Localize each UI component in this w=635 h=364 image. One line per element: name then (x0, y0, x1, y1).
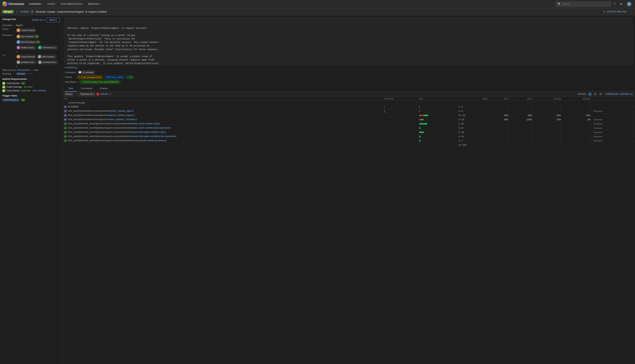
commit-message-row[interactable]: Commit message (63, 101, 635, 105)
expand-all-button[interactable]: EXPAND ALL (620, 93, 633, 96)
comments-cell (382, 126, 418, 130)
download-button[interactable]: DOWNLOAD (605, 93, 618, 96)
size-cell (418, 126, 456, 130)
expand-row-button[interactable]: › (625, 114, 635, 118)
more-options-button[interactable]: ⋮ (628, 10, 633, 14)
show-all-description-button[interactable]: ▾ SHOW ALL (65, 66, 635, 69)
expand-row-button[interactable]: › (625, 118, 635, 122)
file-link[interactable]: disable-cache-worklet-script.js (131, 122, 160, 125)
tab-files[interactable]: Files (65, 86, 77, 92)
cc-chip[interactable]: c chromium-revi... (38, 60, 58, 64)
edit-cc-icon[interactable]: ✏ (16, 65, 18, 68)
tab-checks[interactable]: Checks (96, 86, 111, 92)
cov-cell: - (489, 105, 510, 109)
check-success-chip[interactable]: ✓ 30 (126, 76, 134, 79)
dcovu-cell: 45% (562, 114, 592, 118)
edit-hashtags-icon[interactable]: ✏ (31, 72, 33, 75)
file-link[interactable]: disable-cache-worklet-script-expected.tx… (131, 126, 170, 129)
nav-changes[interactable]: CHANGES ▾ (27, 2, 44, 6)
star-icon[interactable]: ☆ (16, 10, 18, 13)
commit-hash-link[interactable]: f29c402 (101, 93, 108, 96)
cc-chip[interactable]: d devtools-revie... (16, 60, 37, 64)
cl-dropdown[interactable]: ▾ (31, 10, 34, 13)
expand-row-button[interactable]: › (625, 134, 635, 139)
copy-commit-icon[interactable]: ⧉ (110, 93, 111, 96)
file-link[interactable]: request-interception-worklet-script-expe… (131, 135, 176, 138)
nav-browse[interactable]: BROWSE ▾ (86, 2, 102, 6)
settings-button[interactable]: ⚙ (618, 2, 624, 6)
tab-comments[interactable]: Comments (77, 86, 96, 92)
search-input[interactable] (562, 2, 609, 5)
table-row: A third_party/blink/web_tests/http/tests… (63, 134, 635, 139)
expand-row-button[interactable]: › (625, 109, 635, 114)
check-coverage-chip[interactable]: ⚠ Code Coverage Check (77, 76, 103, 79)
expand-row-button[interactable]: › (625, 105, 635, 109)
reviewer-chip[interactable]: A Alex Rudenko +1 (16, 34, 40, 39)
info-icon: ℹ (106, 76, 107, 78)
side-by-side-diff-button[interactable]: ⊞ (588, 92, 592, 96)
cc-chip[interactable]: b blink-reviews... (37, 54, 57, 59)
hashtag-remove[interactable]: ✕ (28, 72, 30, 75)
covu-cell: - (534, 134, 562, 139)
app-logo[interactable]: Chromium (2, 2, 24, 6)
reviewer-chip[interactable]: A Andrey Kosya... (16, 45, 37, 50)
comments-chip[interactable]: 💬 12 resolved (77, 70, 95, 74)
create-reland-button[interactable]: CREATE RELAND (607, 10, 626, 13)
commit-message-cell[interactable]: Commit message (63, 101, 635, 105)
submit-requirements-title: Submit Requirements (2, 78, 60, 80)
unified-diff-button[interactable]: ☰ (593, 92, 597, 96)
files-table-container: File Comments Size Delta |Cov| ΔCov |Cov… (63, 97, 635, 147)
owner-chip[interactable]: C Casey Primozic (16, 28, 36, 32)
check-icon: ✅ (2, 82, 5, 85)
comments-cell (382, 134, 418, 139)
patchset-selector[interactable]: Patchset 10 ▾ (79, 92, 95, 96)
files-toolbar: Base ▾ → Patchset 10 ▾ f29c402 ⧉ Diff vi… (63, 92, 635, 97)
cc-name: blink-reviews... (42, 56, 56, 58)
show-all-button[interactable]: SHOW ALL ▾ (32, 19, 45, 21)
reviewed-cell (592, 105, 625, 109)
table-row: A third_party/blink/web_tests/http/tests… (63, 130, 635, 134)
size-cell (418, 114, 456, 118)
warning-icon: ⚠ (78, 76, 80, 78)
file-type-badge: M (64, 110, 67, 113)
file-link[interactable]: inspector_network_agent.h (107, 110, 134, 112)
table-header: File Comments Size Delta |Cov| ΔCov |Cov… (63, 97, 635, 101)
reviewer-chip[interactable]: D Danil Somsikov +1 (16, 40, 41, 44)
expand-row-button[interactable]: › (625, 130, 635, 134)
nav-documentation[interactable]: DOCUMENTATION ▾ (59, 2, 85, 6)
add-owners-button[interactable]: ADD OWNERS (32, 90, 46, 92)
cc-chip[interactable]: C Casey Primozic (16, 54, 36, 59)
file-link[interactable]: inspector_network_agent.cc (107, 114, 135, 116)
hashtag-chip[interactable]: devtools (16, 72, 26, 75)
nav-your[interactable]: YOUR ▾ (45, 2, 58, 6)
chevron-down-icon: ▾ (44, 19, 45, 21)
cl-number-link[interactable]: 5726981 (20, 10, 29, 13)
edit-reviewers-icon[interactable]: ✏ (16, 50, 18, 53)
check-apksize-chip[interactable]: ℹ APK Size (+48 B) (104, 76, 125, 79)
expand-row-button[interactable]: › (625, 122, 635, 126)
file-link[interactable]: request-interception-worklet-script.js (131, 131, 166, 134)
diff-settings-button[interactable]: ⚙ (599, 92, 602, 96)
reviewed-cell: Reviewed (592, 139, 625, 143)
file-link[interactable]: worker_inspector_controller.cc (107, 118, 137, 121)
repo-link[interactable]: chromium/src (17, 69, 30, 71)
expand-row-button[interactable]: › (625, 139, 635, 143)
copy-title-icon[interactable]: ⧉ (603, 10, 605, 13)
reply-button[interactable]: REPLY (46, 18, 60, 22)
expand-row-button[interactable]: › (625, 126, 635, 130)
account-button[interactable]: C (625, 1, 633, 7)
file-link[interactable]: audio-worklet-processor.js (141, 139, 166, 142)
revert-chip[interactable]: ✓ Revert landed crrev.com/c/5809245 (79, 80, 121, 84)
file-name: AUTHORS (68, 106, 79, 108)
search-box[interactable]: 🔍 (556, 2, 611, 6)
covu-cell: - (534, 139, 562, 143)
file-cell: A third_party/blink/web_tests/http/tests… (63, 139, 382, 143)
vote-label: Commit-Queue (2, 98, 19, 102)
reviewer-chip[interactable]: C Chromium LU... (38, 45, 58, 50)
help-icon[interactable]: ? (77, 81, 78, 83)
submitted-row: Submitted Aug 21 (2, 24, 60, 26)
comment-icon: 💬 (78, 71, 81, 74)
help-button[interactable]: ? (612, 2, 617, 6)
branch-link[interactable]: main (34, 69, 39, 71)
base-selector[interactable]: Base ▾ (64, 92, 74, 96)
